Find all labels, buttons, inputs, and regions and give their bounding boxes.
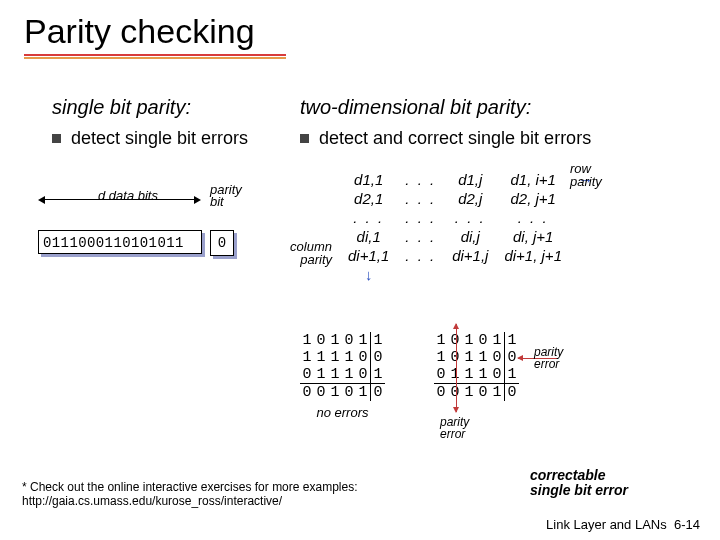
parity-bit-box: 0 <box>210 230 234 256</box>
correctable-label: correctable single bit error <box>530 468 628 498</box>
table-row: 011101 <box>300 366 385 384</box>
footer-page: 6-14 <box>674 517 700 532</box>
column-parity-label: column parity <box>282 240 332 266</box>
table-row: d1,1. . .d1,jd1, i+1→ <box>340 170 601 189</box>
parity-bit-label: parity bit <box>210 184 242 208</box>
no-errors-caption: no errors <box>300 405 385 420</box>
single-bit-parity-diagram: d data bits parity bit 0111000110101011 … <box>38 190 258 256</box>
table-row: 101100 <box>434 349 519 366</box>
error-arrow-vertical <box>456 324 457 412</box>
footer-section: Link Layer and LANs <box>546 517 667 532</box>
footnote-url: http://gaia.cs.umass.edu/kurose_ross/int… <box>22 494 282 508</box>
arrow-down-icon: ↓ <box>340 265 397 284</box>
with-error-matrix: 101011 101100 011101 001010 parity error… <box>434 332 519 401</box>
footnote-text: * Check out the online interactive exerc… <box>22 480 358 494</box>
left-section-heading: single bit parity: <box>52 96 191 119</box>
table-row: ↓ <box>340 265 601 284</box>
table-row: 101011 <box>434 332 519 349</box>
data-bits-box: 0111000110101011 <box>38 230 202 254</box>
table-row: 111100 <box>300 349 385 366</box>
example-matrices: 101011 111100 011101 001010 no errors 10… <box>300 332 559 420</box>
slide-title: Parity checking <box>24 12 255 51</box>
bullet-icon <box>52 134 61 143</box>
right-section-heading: two-dimensional bit parity: <box>300 96 531 119</box>
no-errors-matrix: 101011 111100 011101 001010 no errors <box>300 332 385 420</box>
table-row: 101011 <box>300 332 385 349</box>
left-bullet: detect single bit errors <box>52 128 262 149</box>
d-data-bits-label: d data bits <box>98 188 158 203</box>
table-row: . . .. . .. . .. . . <box>340 208 601 227</box>
right-bullet: detect and correct single bit errors <box>300 128 690 149</box>
parity-error-side-label: parity error <box>534 346 563 370</box>
table-row: d2,1. . .d2,jd2, j+1 <box>340 189 601 208</box>
right-bullet-text: detect and correct single bit errors <box>319 128 591 148</box>
table-row: 011101 <box>434 366 519 384</box>
arrow-right-icon <box>194 196 201 204</box>
row-parity-label: row parity <box>570 162 602 188</box>
bullet-icon <box>300 134 309 143</box>
left-bullet-text: detect single bit errors <box>71 128 248 148</box>
table-row: di,1. . .di,jdi, j+1 <box>340 227 601 246</box>
arrow-left-icon <box>38 196 45 204</box>
page-footer: Link Layer and LANs 6-14 <box>546 517 700 532</box>
table-row: 001010 <box>434 384 519 402</box>
two-d-parity-matrix: row parity column parity d1,1. . .d1,jd1… <box>340 170 601 284</box>
parity-error-bottom-label: parity error <box>440 416 469 440</box>
table-row: di+1,1. . .di+1,jdi+1, j+1 <box>340 246 601 265</box>
title-underline <box>24 54 286 60</box>
table-row: 001010 <box>300 384 385 402</box>
footnote: * Check out the online interactive exerc… <box>22 480 382 508</box>
